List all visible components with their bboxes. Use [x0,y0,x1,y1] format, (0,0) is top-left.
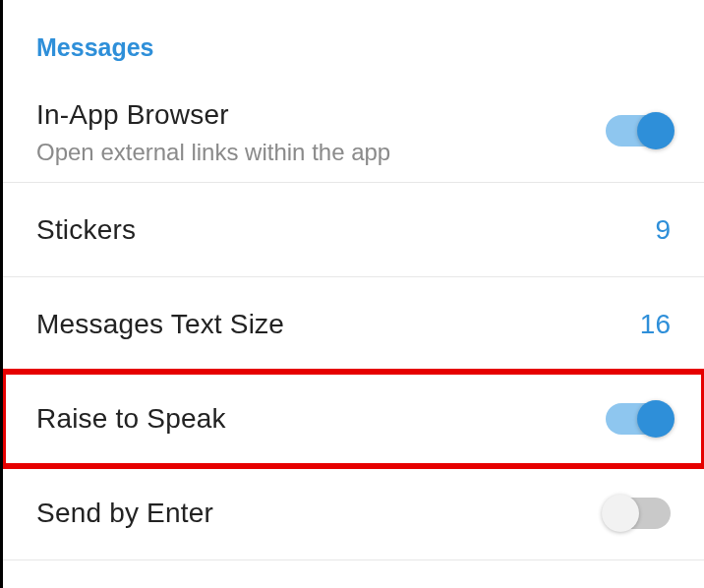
row-title: Messages Text Size [36,309,284,340]
row-value-stickers: 9 [655,214,671,246]
row-title: Send by Enter [36,498,213,529]
toggle-in-app-browser[interactable] [606,115,671,147]
row-title: In-App Browser [36,99,390,131]
toggle-knob [637,112,675,149]
row-send-by-enter[interactable]: Send by Enter [3,466,704,560]
toggle-knob [637,400,675,438]
row-stickers[interactable]: Stickers 9 [3,183,704,277]
row-value-messages-text-size: 16 [640,309,671,340]
section-header-messages: Messages [3,0,704,80]
row-subtitle: Open external links within the app [36,139,390,166]
toggle-raise-to-speak[interactable] [606,403,671,435]
toggle-knob [602,495,639,532]
row-messages-text-size[interactable]: Messages Text Size 16 [3,277,704,372]
toggle-send-by-enter[interactable] [606,498,671,529]
row-in-app-browser[interactable]: In-App Browser Open external links withi… [3,80,704,183]
row-raise-to-speak[interactable]: Raise to Speak [3,372,704,466]
row-title: Stickers [36,214,136,246]
row-title: Raise to Speak [36,403,226,435]
row-left: In-App Browser Open external links withi… [36,99,390,166]
